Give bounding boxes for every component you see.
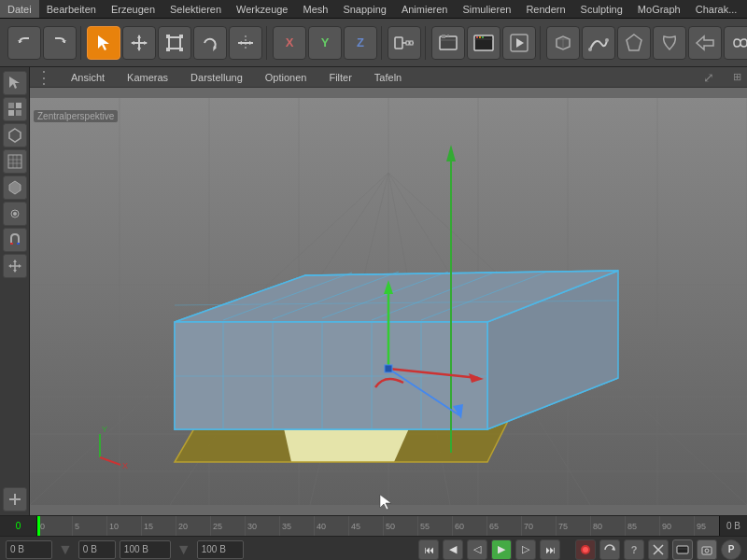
next-frame-button[interactable]: ▷ [515,539,536,560]
camera-button[interactable] [697,539,717,560]
menu-bar: Datei Bearbeiten Erzeugen Selektieren We… [0,0,747,19]
svg-rect-20 [410,41,413,45]
viewport-menu-filter[interactable]: Filter [325,72,355,83]
select-tool-button[interactable] [87,26,120,60]
key-button[interactable] [388,26,421,60]
curve-button[interactable] [582,26,615,60]
svg-text:X: X [122,461,128,470]
sidebar-magnet-icon[interactable] [3,228,27,252]
menu-werkzeuge[interactable]: Werkzeuge [229,0,295,18]
svg-point-35 [588,48,592,51]
move-tool-button[interactable] [122,26,156,60]
goto-end-button[interactable]: ⏭ [540,539,560,560]
menu-erzeugen[interactable]: Erzeugen [104,0,162,18]
menu-charak[interactable]: Charak... [688,0,745,18]
menu-mograph[interactable]: MoGraph [630,0,688,18]
menu-sculpting[interactable]: Sculpting [573,0,630,18]
menu-rendern[interactable]: Rendern [518,0,572,18]
render-preview-small-button[interactable] [672,539,693,560]
undo-button[interactable] [7,26,41,60]
menu-snapping[interactable]: Snapping [335,0,394,18]
prev-frame-button[interactable]: ◀ [443,539,463,560]
menu-simulieren[interactable]: Simulieren [455,0,518,18]
sidebar-hex-icon[interactable] [3,123,27,147]
viewport-menu-kameras[interactable]: Kameras [123,72,172,83]
goto-start-button[interactable]: ⏮ [418,539,439,560]
sidebar-texture-icon[interactable] [3,97,27,121]
timeline-ruler[interactable]: 0 5 10 15 20 25 30 35 40 45 50 55 60 65 … [37,516,719,536]
viewport-collapse-icon[interactable]: ⋮ [35,67,52,88]
viewport-options-icon[interactable]: ⊞ [733,71,741,83]
svg-marker-37 [627,35,641,50]
rotate-tool-button[interactable] [193,26,227,60]
viewport-3d-scene[interactable]: Y X [30,88,747,515]
render-button[interactable] [502,26,536,60]
viewport-canvas[interactable]: Zentralperspektive [30,88,747,515]
leaf-button[interactable] [653,26,686,60]
tick-20: 20 [176,516,188,536]
sidebar-move-icon[interactable] [3,254,27,278]
render-preview-button[interactable] [467,26,500,60]
start-frame-input[interactable] [78,540,116,559]
svg-text:Y: Y [102,425,107,434]
transform-tool-button[interactable] [229,26,262,60]
infinity-button[interactable] [724,26,747,60]
tick-60: 60 [452,516,464,536]
svg-point-52 [13,212,17,216]
svg-rect-24 [447,35,449,36]
svg-rect-10 [166,48,170,51]
menu-mesh[interactable]: Mesh [295,0,335,18]
viewport-menu-optionen[interactable]: Optionen [261,72,311,83]
tick-5: 5 [72,516,79,536]
viewport-menu-tafeln[interactable]: Tafeln [371,72,405,83]
record-button[interactable] [575,539,596,560]
sidebar-sphere-icon[interactable] [3,175,27,200]
motion-path-button[interactable] [648,539,669,560]
svg-rect-11 [179,48,183,51]
sidebar-gear-icon[interactable] [3,202,27,226]
viewport-menu-darstellung[interactable]: Darstellung [187,72,247,83]
end-frame-input[interactable] [120,540,171,559]
play-reverse-button[interactable]: ◁ [467,539,487,560]
gem-button[interactable] [617,26,651,60]
svg-marker-39 [9,77,20,89]
viewport-perspective-label: Zentralperspektive [34,110,118,122]
viewport-expand-icon[interactable]: ⤢ [703,70,714,85]
help-button[interactable]: ? [624,539,644,560]
viewport-top-bar: ⋮ Ansicht Kameras Darstellung Optionen F… [30,67,747,88]
current-frame-input[interactable] [6,540,52,559]
svg-marker-4 [137,48,141,51]
tick-25: 25 [210,516,222,536]
sidebar-grid-icon[interactable] [3,149,27,174]
tick-65: 65 [486,516,499,536]
z-axis-button[interactable]: Z [344,26,377,60]
viewport[interactable]: ⋮ Ansicht Kameras Darstellung Optionen F… [30,67,747,515]
arrow-button[interactable] [688,26,722,60]
scale-tool-button[interactable] [158,26,191,60]
svg-rect-110 [385,365,392,372]
y-axis-button[interactable]: Y [308,26,342,60]
cube-object-button[interactable] [546,26,580,60]
menu-animieren[interactable]: Animieren [394,0,456,18]
svg-rect-40 [8,103,14,108]
svg-marker-15 [249,41,253,45]
sidebar-select-icon[interactable] [3,71,27,95]
svg-point-29 [482,36,484,38]
viewport-menu-ansicht[interactable]: Ansicht [67,72,108,83]
play-button[interactable]: ▶ [491,539,512,560]
render-region-button[interactable] [431,26,465,60]
sidebar-plus-icon[interactable] [3,487,27,511]
loop-button[interactable] [599,539,620,560]
timeline-start-marker: 0 [0,516,37,536]
menu-datei[interactable]: Datei [0,0,39,18]
svg-rect-41 [16,103,21,108]
menu-selektieren[interactable]: Selektieren [162,0,229,18]
toolbar-group-undoredo [4,26,81,60]
physics-button[interactable]: P [721,539,741,560]
svg-marker-0 [98,35,109,50]
redo-button[interactable] [43,26,77,60]
fps-input[interactable] [197,540,244,559]
x-axis-button[interactable]: X [273,26,306,60]
menu-bearbeiten[interactable]: Bearbeiten [39,0,104,18]
timeline: 0 0 5 10 15 20 25 30 35 40 45 50 55 60 6… [0,515,747,536]
